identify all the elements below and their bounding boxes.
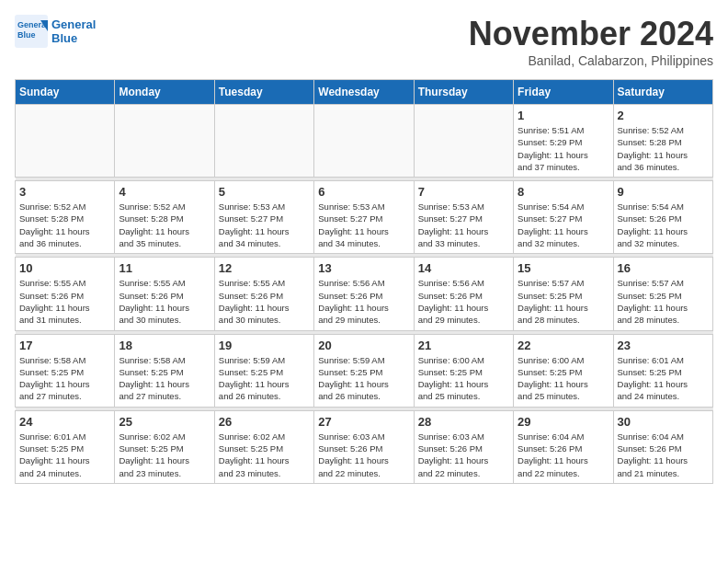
day-info: Sunrise: 5:52 AM Sunset: 5:28 PM Dayligh… xyxy=(119,201,210,249)
day-number: 10 xyxy=(19,261,110,275)
day-info: Sunrise: 5:55 AM Sunset: 5:26 PM Dayligh… xyxy=(19,277,110,326)
day-number: 15 xyxy=(518,261,609,275)
day-number: 18 xyxy=(119,339,210,352)
day-info: Sunrise: 5:51 AM Sunset: 5:29 PM Dayligh… xyxy=(518,124,609,173)
location-subtitle: Banilad, Calabarzon, Philippines xyxy=(469,53,713,68)
day-number: 20 xyxy=(318,339,409,352)
calendar-day-12: 12Sunrise: 5:55 AM Sunset: 5:26 PM Dayli… xyxy=(214,258,313,330)
day-number: 23 xyxy=(618,339,709,352)
calendar-day-20: 20Sunrise: 5:59 AM Sunset: 5:25 PM Dayli… xyxy=(314,334,414,407)
calendar-empty-cell xyxy=(214,105,313,178)
calendar-day-23: 23Sunrise: 6:01 AM Sunset: 5:25 PM Dayli… xyxy=(613,334,712,407)
day-info: Sunrise: 5:56 AM Sunset: 5:26 PM Dayligh… xyxy=(418,277,509,326)
day-number: 22 xyxy=(518,339,609,352)
calendar-table: SundayMondayTuesdayWednesdayThursdayFrid… xyxy=(15,79,713,484)
calendar-day-4: 4Sunrise: 5:52 AM Sunset: 5:28 PM Daylig… xyxy=(115,181,214,254)
month-title: November 2024 xyxy=(469,15,713,53)
calendar-week-row: 10Sunrise: 5:55 AM Sunset: 5:26 PM Dayli… xyxy=(16,258,713,330)
day-number: 16 xyxy=(618,261,709,275)
title-area: November 2024 Banilad, Calabarzon, Phili… xyxy=(469,15,713,68)
calendar-day-5: 5Sunrise: 5:53 AM Sunset: 5:27 PM Daylig… xyxy=(214,181,313,254)
calendar-body: 1Sunrise: 5:51 AM Sunset: 5:29 PM Daylig… xyxy=(16,105,713,484)
day-number: 11 xyxy=(119,261,210,275)
day-info: Sunrise: 5:56 AM Sunset: 5:26 PM Dayligh… xyxy=(318,277,409,326)
weekday-header-tuesday: Tuesday xyxy=(214,80,313,105)
day-info: Sunrise: 5:54 AM Sunset: 5:26 PM Dayligh… xyxy=(618,201,709,249)
calendar-week-row: 3Sunrise: 5:52 AM Sunset: 5:28 PM Daylig… xyxy=(16,181,713,254)
day-number: 7 xyxy=(418,185,509,199)
calendar-day-7: 7Sunrise: 5:53 AM Sunset: 5:27 PM Daylig… xyxy=(414,181,513,254)
day-info: Sunrise: 5:57 AM Sunset: 5:25 PM Dayligh… xyxy=(518,277,609,326)
day-number: 13 xyxy=(318,261,409,275)
day-number: 12 xyxy=(219,261,310,275)
calendar-day-13: 13Sunrise: 5:56 AM Sunset: 5:26 PM Dayli… xyxy=(314,258,414,330)
calendar-day-25: 25Sunrise: 6:02 AM Sunset: 5:25 PM Dayli… xyxy=(115,410,214,483)
day-number: 19 xyxy=(219,339,310,352)
logo-icon: General Blue xyxy=(15,15,48,48)
calendar-day-10: 10Sunrise: 5:55 AM Sunset: 5:26 PM Dayli… xyxy=(16,258,115,330)
calendar-day-28: 28Sunrise: 6:03 AM Sunset: 5:26 PM Dayli… xyxy=(414,410,513,483)
calendar-day-2: 2Sunrise: 5:52 AM Sunset: 5:28 PM Daylig… xyxy=(613,105,712,178)
day-number: 29 xyxy=(518,415,609,429)
day-number: 8 xyxy=(518,185,609,199)
day-info: Sunrise: 5:52 AM Sunset: 5:28 PM Dayligh… xyxy=(618,124,709,173)
day-number: 26 xyxy=(219,415,310,429)
weekday-header-sunday: Sunday xyxy=(16,80,115,105)
calendar-empty-cell xyxy=(115,105,214,178)
day-number: 25 xyxy=(119,415,210,429)
weekday-header-row: SundayMondayTuesdayWednesdayThursdayFrid… xyxy=(16,80,713,105)
day-info: Sunrise: 6:04 AM Sunset: 5:26 PM Dayligh… xyxy=(518,431,609,479)
calendar-day-8: 8Sunrise: 5:54 AM Sunset: 5:27 PM Daylig… xyxy=(514,181,613,254)
calendar-week-row: 17Sunrise: 5:58 AM Sunset: 5:25 PM Dayli… xyxy=(16,334,713,407)
day-number: 21 xyxy=(418,339,509,352)
day-number: 24 xyxy=(19,415,110,429)
day-info: Sunrise: 5:52 AM Sunset: 5:28 PM Dayligh… xyxy=(19,201,110,249)
day-info: Sunrise: 5:55 AM Sunset: 5:26 PM Dayligh… xyxy=(119,277,210,326)
logo: General Blue GeneralBlue xyxy=(15,15,96,48)
calendar-week-row: 24Sunrise: 6:01 AM Sunset: 5:25 PM Dayli… xyxy=(16,410,713,483)
day-number: 3 xyxy=(19,185,110,199)
calendar-day-29: 29Sunrise: 6:04 AM Sunset: 5:26 PM Dayli… xyxy=(514,410,613,483)
day-info: Sunrise: 6:02 AM Sunset: 5:25 PM Dayligh… xyxy=(219,431,310,479)
day-number: 28 xyxy=(418,415,509,429)
day-info: Sunrise: 6:01 AM Sunset: 5:25 PM Dayligh… xyxy=(19,431,110,479)
day-info: Sunrise: 6:03 AM Sunset: 5:26 PM Dayligh… xyxy=(418,431,509,479)
calendar-day-16: 16Sunrise: 5:57 AM Sunset: 5:25 PM Dayli… xyxy=(613,258,712,330)
calendar-empty-cell xyxy=(414,105,513,178)
calendar-day-9: 9Sunrise: 5:54 AM Sunset: 5:26 PM Daylig… xyxy=(613,181,712,254)
calendar-header: SundayMondayTuesdayWednesdayThursdayFrid… xyxy=(16,80,713,105)
weekday-header-monday: Monday xyxy=(115,80,214,105)
day-info: Sunrise: 6:00 AM Sunset: 5:25 PM Dayligh… xyxy=(418,354,509,403)
calendar-day-26: 26Sunrise: 6:02 AM Sunset: 5:25 PM Dayli… xyxy=(214,410,313,483)
weekday-header-wednesday: Wednesday xyxy=(314,80,414,105)
day-info: Sunrise: 5:57 AM Sunset: 5:25 PM Dayligh… xyxy=(618,277,709,326)
day-number: 4 xyxy=(119,185,210,199)
weekday-header-saturday: Saturday xyxy=(613,80,712,105)
day-number: 2 xyxy=(618,109,709,122)
day-info: Sunrise: 5:53 AM Sunset: 5:27 PM Dayligh… xyxy=(318,201,409,249)
day-info: Sunrise: 5:54 AM Sunset: 5:27 PM Dayligh… xyxy=(518,201,609,249)
day-info: Sunrise: 5:53 AM Sunset: 5:27 PM Dayligh… xyxy=(219,201,310,249)
day-info: Sunrise: 5:58 AM Sunset: 5:25 PM Dayligh… xyxy=(119,354,210,403)
day-number: 30 xyxy=(618,415,709,429)
day-info: Sunrise: 5:59 AM Sunset: 5:25 PM Dayligh… xyxy=(318,354,409,403)
calendar-day-3: 3Sunrise: 5:52 AM Sunset: 5:28 PM Daylig… xyxy=(16,181,115,254)
day-info: Sunrise: 5:55 AM Sunset: 5:26 PM Dayligh… xyxy=(219,277,310,326)
calendar-day-30: 30Sunrise: 6:04 AM Sunset: 5:26 PM Dayli… xyxy=(613,410,712,483)
logo-text: GeneralBlue xyxy=(51,17,96,45)
calendar-empty-cell xyxy=(314,105,414,178)
calendar-day-15: 15Sunrise: 5:57 AM Sunset: 5:25 PM Dayli… xyxy=(514,258,613,330)
day-number: 1 xyxy=(518,109,609,122)
day-info: Sunrise: 6:00 AM Sunset: 5:25 PM Dayligh… xyxy=(518,354,609,403)
weekday-header-friday: Friday xyxy=(514,80,613,105)
calendar-day-24: 24Sunrise: 6:01 AM Sunset: 5:25 PM Dayli… xyxy=(16,410,115,483)
calendar-day-19: 19Sunrise: 5:59 AM Sunset: 5:25 PM Dayli… xyxy=(214,334,313,407)
day-number: 5 xyxy=(219,185,310,199)
page-header: General Blue GeneralBlue November 2024 B… xyxy=(15,15,713,68)
calendar-day-6: 6Sunrise: 5:53 AM Sunset: 5:27 PM Daylig… xyxy=(314,181,414,254)
calendar-day-21: 21Sunrise: 6:00 AM Sunset: 5:25 PM Dayli… xyxy=(414,334,513,407)
calendar-empty-cell xyxy=(16,105,115,178)
day-number: 6 xyxy=(318,185,409,199)
calendar-day-17: 17Sunrise: 5:58 AM Sunset: 5:25 PM Dayli… xyxy=(16,334,115,407)
day-info: Sunrise: 5:58 AM Sunset: 5:25 PM Dayligh… xyxy=(19,354,110,403)
